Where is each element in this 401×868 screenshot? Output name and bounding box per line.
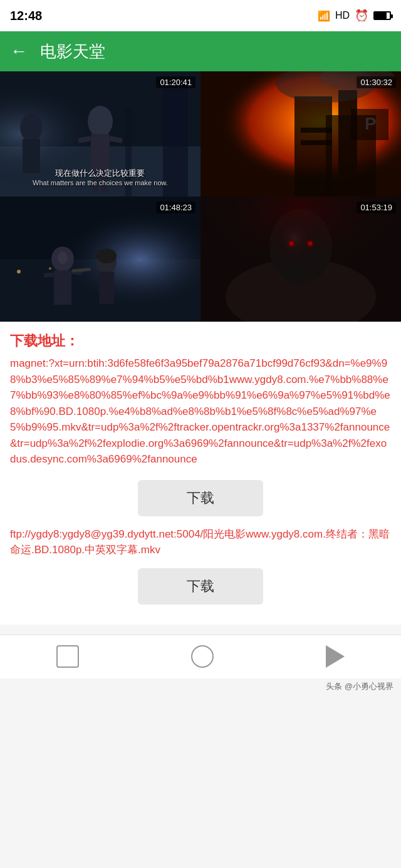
svg-rect-31 — [54, 270, 71, 305]
svg-rect-36 — [99, 272, 114, 304]
svg-rect-18 — [301, 128, 332, 133]
download-button-1[interactable]: 下载 — [138, 480, 263, 516]
timestamp-2: 01:30:32 — [357, 76, 396, 88]
download-label: 下载地址： — [10, 332, 391, 350]
battery-icon — [373, 11, 391, 20]
back-button[interactable]: ← — [10, 41, 28, 61]
svg-rect-19 — [301, 140, 332, 145]
svg-rect-48 — [200, 197, 401, 322]
timestamp-1: 01:20:41 — [156, 76, 195, 88]
recent-nav-icon[interactable] — [326, 645, 345, 668]
content-area: 下载地址： magnet:?xt=urn:btih:3d6fe58fe6f3a9… — [0, 322, 401, 625]
back-nav-icon[interactable] — [191, 645, 214, 668]
app-header: ← 电影天堂 — [0, 31, 401, 71]
app-title: 电影天堂 — [40, 41, 105, 63]
status-bar: 12:48 📶 HD ⏰ — [0, 0, 401, 31]
video-cell-3[interactable]: 01:48:23 — [0, 197, 200, 322]
ftp-link[interactable]: ftp://ygdy8:ygdy8@yg39.dydytt.net:5004/阳… — [10, 526, 391, 558]
timestamp-4: 01:53:19 — [357, 202, 396, 213]
home-nav-icon[interactable] — [56, 645, 79, 668]
status-time: 12:48 — [10, 9, 42, 23]
watermark: 头条 @小勇心视界 — [0, 678, 401, 697]
video-cell-2[interactable]: P 01:30:32 — [200, 71, 401, 197]
status-icons: 📶 HD ⏰ — [318, 9, 391, 23]
video-grid: 现在做什么决定比较重要 What matters are the choices… — [0, 71, 401, 322]
svg-point-11 — [20, 114, 43, 141]
svg-rect-17 — [338, 90, 357, 197]
svg-text:P: P — [365, 114, 377, 133]
download-button-2[interactable]: 下载 — [138, 568, 263, 605]
wifi-label: HD — [335, 10, 350, 21]
magnet-link[interactable]: magnet:?xt=urn:btih:3d6fe58fe6f3a95bef79… — [10, 355, 391, 467]
subtitle-cn: 现在做什么决定比较重要 What matters are the choices… — [33, 168, 168, 186]
bottom-nav — [0, 635, 401, 678]
svg-point-37 — [96, 248, 117, 263]
video-cell-1[interactable]: 现在做什么决定比较重要 What matters are the choices… — [0, 71, 200, 197]
svg-point-38 — [58, 252, 68, 264]
svg-rect-32 — [44, 272, 55, 277]
alarm-icon: ⏰ — [355, 9, 368, 23]
video-cell-4[interactable]: THi 01:53:19 — [200, 197, 401, 322]
timestamp-3: 01:48:23 — [156, 202, 195, 213]
signal-icon: 📶 — [318, 10, 330, 22]
